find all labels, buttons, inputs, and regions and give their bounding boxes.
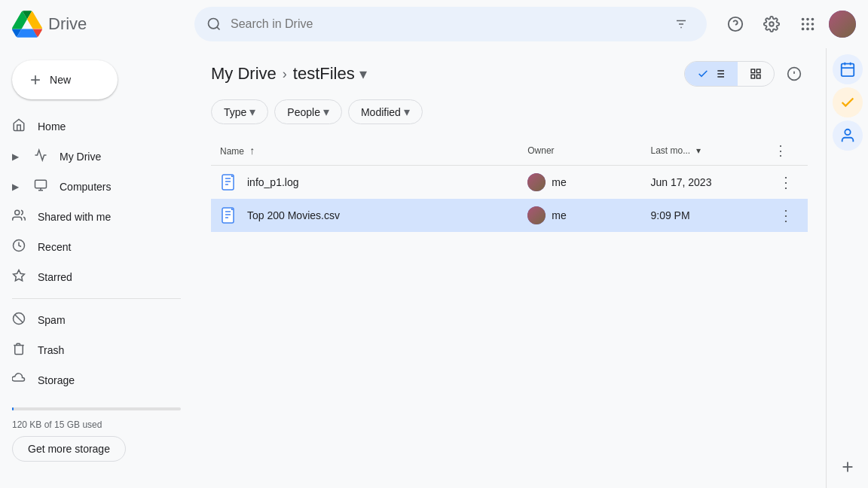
table-row[interactable]: Top 200 Movies.csv me 9:09 PM ⋮ (211, 199, 808, 232)
computers-icon (34, 178, 47, 196)
sidebar-storage-label: Storage (38, 374, 75, 386)
my-drive-arrow-icon: ▶ (12, 151, 19, 162)
owner-cell-0: me (518, 166, 641, 200)
file-table-header: Name ↑ Owner Last mo... ▾ ⋮ (211, 136, 808, 166)
help-button[interactable] (720, 9, 750, 39)
sidebar-item-my-drive[interactable]: ▶ My Drive (0, 142, 181, 172)
svg-point-10 (811, 18, 815, 21)
sidebar-item-home[interactable]: Home (0, 111, 181, 142)
table-row[interactable]: info_p1.log me Jun 17, 2023 ⋮ (211, 166, 808, 200)
storage-section: 120 KB of 15 GB used Get more storage (0, 401, 193, 468)
people-filter-arrow-icon: ▾ (323, 105, 329, 119)
sidebar-shared-label: Shared with me (38, 211, 111, 223)
svg-rect-17 (35, 180, 47, 188)
sidebar-item-shared-with-me[interactable]: Shared with me (0, 202, 181, 232)
modified-column-header[interactable]: Last mo... ▾ (641, 136, 764, 166)
modified-filter-chip[interactable]: Modified ▾ (348, 99, 423, 124)
search-input[interactable] (231, 17, 659, 31)
svg-point-15 (806, 28, 809, 31)
svg-rect-31 (751, 69, 755, 73)
sidebar-item-storage[interactable]: Storage (0, 365, 181, 395)
svg-point-7 (769, 22, 774, 26)
modified-cell-0: Jun 17, 2023 (641, 166, 764, 200)
svg-point-20 (15, 210, 20, 215)
content-header: My Drive › testFiles ▾ (211, 60, 808, 87)
info-button[interactable] (781, 60, 808, 87)
user-avatar[interactable] (829, 11, 856, 38)
sidebar-recent-label: Recent (38, 241, 71, 253)
svg-point-50 (845, 130, 850, 135)
folder-dropdown-icon[interactable]: ▾ (359, 65, 367, 83)
sidebar-item-spam[interactable]: Spam (0, 305, 181, 335)
sidebar-home-label: Home (38, 120, 66, 133)
add-app-button[interactable] (833, 452, 863, 482)
get-storage-button[interactable]: Get more storage (12, 436, 126, 462)
type-filter-chip[interactable]: Type ▾ (211, 99, 268, 124)
search-filter-button[interactable] (668, 9, 695, 39)
svg-rect-34 (756, 75, 760, 78)
sidebar-item-trash[interactable]: Trash (0, 335, 181, 365)
tasks-app-button[interactable] (833, 87, 863, 117)
svg-point-14 (802, 28, 805, 31)
type-filter-label: Type (224, 106, 246, 118)
search-bar (194, 7, 707, 41)
owner-column-header[interactable]: Owner (518, 136, 641, 166)
sidebar-starred-label: Starred (38, 271, 72, 283)
sidebar-trash-label: Trash (38, 344, 64, 356)
file-doc-icon (220, 173, 238, 191)
sidebar-computers-label: Computers (60, 181, 111, 193)
svg-point-9 (806, 18, 809, 21)
file-table-body: info_p1.log me Jun 17, 2023 ⋮ (211, 166, 808, 233)
list-view-button[interactable] (685, 62, 738, 86)
owner-name: me (552, 209, 566, 221)
list-view-check-icon (697, 68, 709, 80)
actions-cell-0: ⋮ (765, 166, 808, 200)
storage-bar-background (12, 407, 181, 410)
file-name: info_p1.log (247, 176, 299, 188)
modified-date: Jun 17, 2023 (650, 176, 711, 188)
modified-filter-arrow-icon: ▾ (404, 105, 410, 119)
svg-point-16 (811, 28, 815, 31)
contacts-app-button[interactable] (833, 120, 863, 151)
file-more-options-button[interactable]: ⋮ (774, 170, 798, 194)
new-button-label: New (50, 74, 71, 86)
owner-avatar (527, 206, 546, 224)
file-name-cell-0: info_p1.log (211, 166, 518, 200)
storage-usage-text: 120 KB of 15 GB used (12, 419, 181, 430)
grid-view-button[interactable] (738, 62, 774, 86)
sidebar-spam-label: Spam (38, 314, 66, 326)
settings-button[interactable] (756, 9, 787, 39)
owner-cell-1: me (518, 199, 641, 232)
search-icon (206, 17, 222, 32)
owner-name: me (552, 176, 566, 188)
people-filter-chip[interactable]: People ▾ (274, 99, 342, 124)
breadcrumb-current: testFiles ▾ (293, 64, 367, 84)
calendar-app-button[interactable] (833, 54, 863, 84)
drive-logo-icon (12, 9, 42, 39)
sidebar-item-computers[interactable]: ▶ Computers (0, 172, 181, 202)
main-body: + New Home ▶ My Drive ▶ Computers (0, 48, 868, 488)
modified-filter-label: Modified (361, 106, 401, 118)
modified-date: 9:09 PM (650, 209, 689, 221)
name-sort-icon: ↑ (249, 145, 255, 157)
file-more-options-button[interactable]: ⋮ (774, 203, 798, 227)
svg-point-13 (811, 23, 815, 26)
name-column-header[interactable]: Name ↑ (211, 136, 518, 166)
trash-icon (12, 342, 26, 359)
view-controls (684, 60, 808, 87)
svg-point-12 (806, 23, 809, 26)
content-area: My Drive › testFiles ▾ (193, 48, 826, 488)
svg-rect-33 (751, 75, 755, 78)
sidebar-item-starred[interactable]: Starred (0, 262, 181, 292)
svg-point-11 (802, 23, 805, 26)
apps-button[interactable] (793, 9, 823, 39)
breadcrumb-parent[interactable]: My Drive (211, 64, 277, 84)
app-title: Drive (48, 14, 87, 34)
actions-column-header: ⋮ (765, 136, 808, 166)
sidebar-item-recent[interactable]: Recent (0, 232, 181, 262)
storage-icon (12, 372, 26, 389)
file-doc-icon (220, 206, 238, 224)
new-plus-icon: + (30, 71, 41, 89)
file-name: Top 200 Movies.csv (247, 209, 340, 221)
new-button[interactable]: + New (12, 60, 118, 99)
